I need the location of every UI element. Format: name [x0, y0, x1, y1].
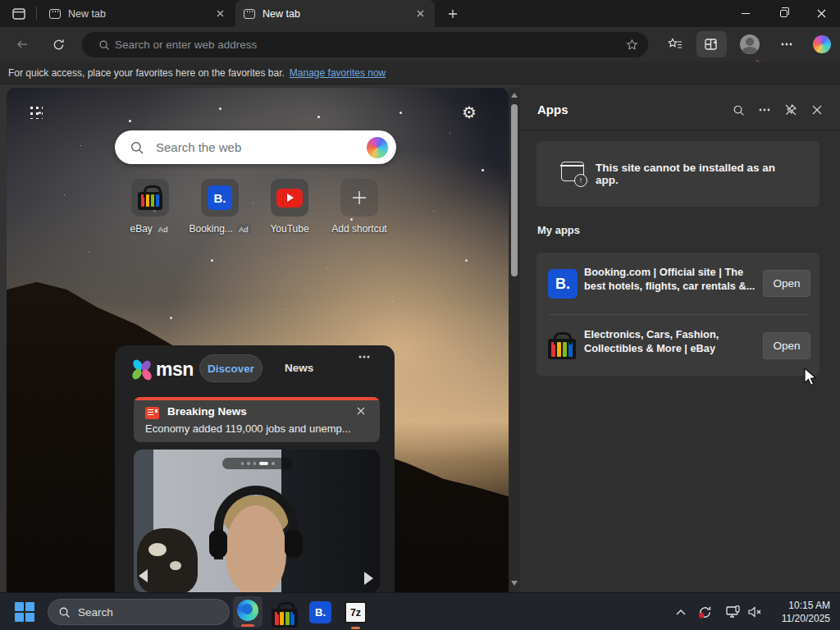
close-button[interactable] [802, 0, 840, 27]
display-device-icon[interactable] [725, 605, 742, 619]
shortcut-label: eBay [130, 223, 153, 235]
tab-2-active[interactable]: New tab [235, 0, 435, 27]
apps-panel-title: Apps [537, 103, 568, 116]
install-message: This site cannot be installed as an app. [596, 141, 801, 207]
breaking-news-title: Breaking News [167, 405, 247, 418]
address-input[interactable] [115, 39, 626, 51]
taskbar-booking-app[interactable]: B. [309, 601, 331, 623]
taskbar-search-box[interactable] [48, 599, 230, 625]
favorites-bar-icon[interactable] [665, 34, 685, 54]
add-shortcut[interactable]: Add shortcut [322, 179, 396, 235]
favorites-notice: For quick access, place your favorites h… [8, 67, 285, 79]
ebay-icon [548, 333, 576, 359]
youtube-icon [271, 179, 308, 217]
app-launcher-icon[interactable] [28, 104, 43, 119]
apps-search-icon[interactable] [731, 103, 746, 117]
start-button[interactable] [15, 602, 34, 622]
apps-more-icon[interactable] [757, 103, 772, 117]
breaking-news-text: Economy added 119,000 jobs and unemp... [145, 422, 351, 435]
profile-avatar[interactable] [740, 34, 760, 54]
taskbar-clock[interactable]: 10:15 AM 11/20/2025 [782, 599, 830, 625]
close-panel-icon[interactable] [810, 103, 824, 117]
taskbar-search-input[interactable] [78, 606, 223, 619]
carousel-prev-icon[interactable] [139, 569, 148, 582]
feed-more-icon[interactable] [358, 355, 371, 358]
app-title: Booking.com | Official site | The best h… [584, 266, 763, 293]
volume-muted-icon[interactable] [746, 605, 763, 619]
breaking-news-card[interactable]: Breaking News Economy added 119,000 jobs… [134, 397, 380, 442]
taskbar-ebay-app[interactable] [272, 603, 298, 628]
booking-icon: B. [548, 269, 578, 299]
web-search-box[interactable] [115, 130, 396, 164]
scroll-up-icon[interactable] [511, 93, 518, 98]
tab-title: New tab [262, 8, 413, 20]
photo-headphones-cup [285, 530, 303, 558]
app-title: Electronics, Cars, Fashion, Collectibles… [584, 328, 763, 355]
search-icon [98, 39, 110, 51]
ad-badge: Ad [236, 224, 251, 234]
new-tab-page: ⚙ eBay Ad B. Booking... Ad [7, 88, 509, 592]
page-settings-gear-icon[interactable]: ⚙ [459, 103, 479, 122]
ad-badge: Ad [156, 224, 171, 234]
tab-actions-icon[interactable] [8, 6, 30, 22]
shortcut-ebay[interactable]: eBay Ad [113, 179, 187, 235]
mouse-cursor [804, 368, 818, 387]
breaking-close-icon[interactable] [354, 404, 368, 418]
open-button[interactable]: Open [763, 270, 810, 297]
carousel-pagination [222, 458, 293, 469]
refresh-icon[interactable] [48, 34, 68, 54]
new-tab-button[interactable] [443, 5, 463, 23]
apps-sidebar-toggle[interactable] [696, 31, 727, 57]
newspaper-icon [145, 407, 159, 419]
7zip-active-indicator [351, 627, 360, 629]
carousel-next-icon[interactable] [364, 572, 373, 585]
update-pending-icon[interactable] [696, 605, 713, 619]
tab-divider [36, 7, 37, 20]
feed-tab-news[interactable]: News [285, 362, 313, 374]
web-search-input[interactable] [156, 140, 367, 154]
plus-icon [340, 179, 378, 217]
tab-close-icon[interactable] [213, 7, 226, 21]
tab-title: New tab [68, 8, 213, 20]
clock-date: 11/20/2025 [782, 612, 830, 625]
booking-icon: B. [201, 179, 239, 217]
open-button[interactable]: Open [763, 332, 810, 359]
back-icon[interactable] [12, 34, 32, 54]
shortcut-label: Add shortcut [331, 223, 386, 235]
scrollbar-thumb[interactable] [511, 104, 518, 276]
tray-chevron-up-icon[interactable] [673, 605, 689, 619]
unpin-panel-icon[interactable] [783, 103, 798, 117]
minimize-button[interactable] [727, 0, 765, 27]
my-apps-list: B. Booking.com | Official site | The bes… [536, 253, 819, 376]
manage-favorites-link[interactable]: Manage favorites now [290, 67, 386, 79]
scroll-down-icon[interactable] [511, 581, 518, 586]
more-menu-icon[interactable] [777, 34, 797, 54]
app-install-arrow-icon: ↑ [574, 174, 587, 187]
tab-close-icon[interactable] [413, 7, 427, 21]
search-icon [130, 140, 144, 155]
app-row-booking[interactable]: B. Booking.com | Official site | The bes… [536, 253, 819, 314]
tab-bar: New tab New tab [0, 0, 840, 27]
copilot-icon[interactable] [367, 137, 388, 158]
news-carousel-image[interactable] [134, 450, 380, 592]
restore-button[interactable] [765, 0, 802, 27]
feed-tab-discover[interactable]: Discover [199, 354, 262, 382]
app-row-ebay[interactable]: Electronics, Cars, Fashion, Collectibles… [536, 315, 819, 377]
new-tab-page-icon [244, 9, 255, 19]
msn-wordmark: msn [156, 358, 194, 381]
add-favorite-star-icon[interactable] [626, 39, 638, 51]
taskbar-7zip-app[interactable]: 7z [345, 601, 367, 623]
page-scrollbar[interactable] [509, 88, 520, 592]
msn-logo[interactable]: msn [133, 358, 194, 381]
shortcut-youtube[interactable]: YouTube [253, 179, 326, 235]
tab-1[interactable]: New tab [41, 0, 235, 27]
shortcut-booking[interactable]: B. Booking... Ad [183, 179, 257, 235]
content-area: ⚙ eBay Ad B. Booking... Ad [0, 84, 840, 592]
taskbar-edge-app[interactable] [233, 596, 262, 628]
edge-active-indicator [241, 624, 254, 627]
shortcut-label: YouTube [270, 223, 308, 235]
address-bar[interactable] [82, 32, 648, 57]
copilot-icon[interactable] [812, 34, 832, 54]
edge-icon [237, 600, 258, 621]
search-icon [58, 606, 71, 619]
